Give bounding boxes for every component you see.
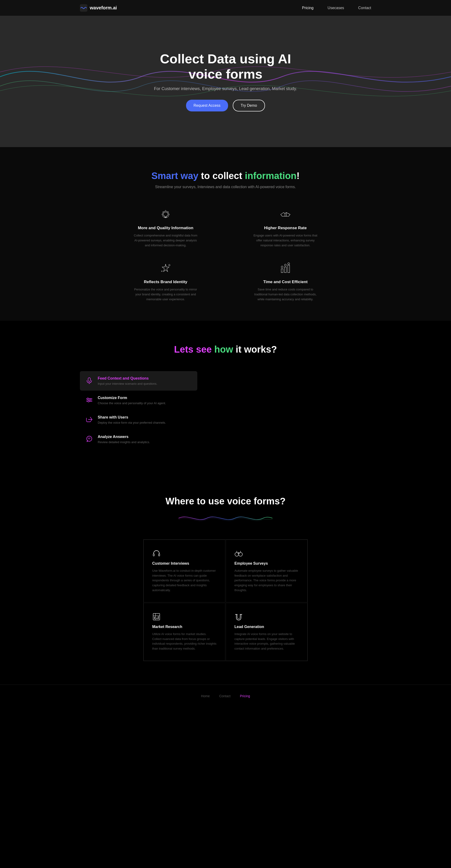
nav-links: Pricing Usecases Contact <box>302 6 371 10</box>
svg-point-8 <box>169 265 170 266</box>
footer-contact[interactable]: Contact <box>219 694 230 698</box>
market-icon <box>152 613 161 621</box>
try-demo-button[interactable]: Try Demo <box>233 100 265 112</box>
svg-point-21 <box>87 398 89 399</box>
smart-title-blue: Smart way <box>151 170 198 181</box>
feature-desc-2: Engage users with AI-powered voice forms… <box>253 233 318 248</box>
smart-title-rest: to collect <box>198 170 245 181</box>
hero-buttons: Request Access Try Demo <box>143 100 308 112</box>
svg-point-14 <box>284 264 286 266</box>
svg-point-23 <box>88 401 89 402</box>
footer-pricing[interactable]: Pricing <box>240 694 250 698</box>
feature-desc-4: Save time and reduce costs compared to t… <box>253 287 318 302</box>
svg-point-13 <box>281 266 283 268</box>
how-step-2-title: Customize Form <box>98 396 166 400</box>
smart-subtitle: Streamline your surveys, Interviews and … <box>80 185 371 189</box>
how-section: Lets see how it works? Feed Context and … <box>0 321 451 472</box>
how-title: Lets see how it works? <box>80 344 371 355</box>
how-step-3[interactable]: Share with Users Deploy the voice form v… <box>80 410 197 430</box>
use-case-title-1: Customer Interviews <box>152 561 217 566</box>
use-case-title-2: Employee Surveys <box>234 561 299 566</box>
features-grid: More and Quality Information Collect com… <box>120 208 331 302</box>
footer-home[interactable]: Home <box>201 694 210 698</box>
svg-rect-39 <box>158 616 159 619</box>
nav-usecases[interactable]: Usecases <box>328 6 344 10</box>
message-circle-icon <box>85 435 93 443</box>
use-case-desc-2: Automate employee surveys to gather valu… <box>234 568 299 593</box>
smart-section: Smart way to collect information! Stream… <box>0 147 451 321</box>
how-title-green: how <box>212 344 233 354</box>
headphones-icon <box>152 549 161 558</box>
feature-item-2: Higher Response Rate Engage users with A… <box>239 208 331 248</box>
use-case-customer-interviews: Customer Interviews Use Waveform.ai to c… <box>143 539 225 602</box>
svg-rect-38 <box>157 618 158 619</box>
feature-title-4: Time and Cost Efficient <box>239 280 331 284</box>
handshake-icon <box>279 208 292 221</box>
smart-title-exclaim: ! <box>297 170 300 181</box>
footer: Home Contact Pricing <box>0 685 451 707</box>
binoculars-icon <box>234 549 243 558</box>
svg-rect-29 <box>159 554 160 556</box>
how-steps: Feed Context and Questions Input your in… <box>80 371 197 449</box>
how-step-1-title: Feed Context and Questions <box>98 376 158 380</box>
how-step-3-desc: Deploy the voice form via your preferred… <box>98 421 166 424</box>
chart-bar-icon <box>279 262 292 275</box>
how-step-4-title: Analyze Answers <box>98 435 150 439</box>
smart-title-green: information <box>245 170 297 181</box>
how-title-pink: Lets see <box>174 344 212 354</box>
svg-marker-7 <box>162 264 169 272</box>
smart-title: Smart way to collect information! <box>80 170 371 181</box>
how-step-4-desc: Review detailed insights and analytics. <box>98 440 150 444</box>
feature-item-4: Time and Cost Efficient Save time and re… <box>239 262 331 302</box>
feature-title-1: More and Quality Information <box>120 226 212 230</box>
logo-text: waveform.ai <box>90 5 117 10</box>
hero-section: Collect Data using AI voice forms For Cu… <box>0 16 451 147</box>
sparkle-icon <box>159 262 172 275</box>
use-case-title-3: Market Research <box>152 625 217 629</box>
how-step-2-desc: Choose the voice and personality of your… <box>98 401 166 405</box>
svg-point-15 <box>288 263 290 265</box>
svg-point-9 <box>161 271 162 272</box>
use-case-lead-generation: Lead Generation Integrate AI voice forms… <box>226 603 308 661</box>
use-case-desc-4: Integrate AI voice forms on your website… <box>234 632 299 651</box>
hero-content: Collect Data using AI voice forms For Cu… <box>143 51 308 112</box>
feature-desc-1: Collect comprehensive and insightful dat… <box>133 233 198 248</box>
how-step-1[interactable]: Feed Context and Questions Input your in… <box>80 371 197 391</box>
magnet-icon <box>234 613 243 621</box>
hero-title: Collect Data using AI voice forms <box>143 51 308 82</box>
use-case-desc-1: Use Waveform.ai to conduct in-depth cust… <box>152 568 217 593</box>
how-step-4-content: Analyze Answers Review detailed insights… <box>98 435 150 444</box>
use-cases-grid: Customer Interviews Use Waveform.ai to c… <box>143 539 308 661</box>
how-step-3-content: Share with Users Deploy the voice form v… <box>98 415 166 424</box>
nav-pricing[interactable]: Pricing <box>302 6 314 10</box>
sliders-icon <box>85 396 93 404</box>
feature-item-1: More and Quality Information Collect com… <box>120 208 212 248</box>
request-access-button[interactable]: Request Access <box>186 100 228 112</box>
how-title-rest: it works? <box>233 344 277 354</box>
how-step-2-content: Customize Form Choose the voice and pers… <box>98 396 166 405</box>
use-case-desc-3: Utilize AI voice forms for market studie… <box>152 632 217 651</box>
logo[interactable]: waveform.ai <box>80 4 117 12</box>
svg-rect-37 <box>154 617 155 619</box>
feature-desc-3: Personalize the voice and personality to… <box>133 287 198 302</box>
how-step-2[interactable]: Customize Form Choose the voice and pers… <box>80 391 197 410</box>
how-step-1-desc: Input your interview scenario and questi… <box>98 382 158 385</box>
nav-contact[interactable]: Contact <box>358 6 371 10</box>
where-wave-bar <box>80 511 371 525</box>
use-case-market-research: Market Research Utilize AI voice forms f… <box>143 603 225 661</box>
share-icon <box>85 416 93 423</box>
svg-point-22 <box>89 399 91 401</box>
how-step-4[interactable]: Analyze Answers Review detailed insights… <box>80 430 197 449</box>
svg-rect-28 <box>153 554 154 556</box>
navbar: waveform.ai Pricing Usecases Contact <box>0 0 451 16</box>
svg-line-5 <box>163 212 163 212</box>
logo-icon <box>80 4 87 12</box>
svg-rect-12 <box>288 265 290 273</box>
feature-title-2: Higher Response Rate <box>239 226 331 230</box>
use-case-employee-surveys: Employee Surveys Automate employee surve… <box>226 539 308 602</box>
feature-item-3: Reflects Brand Identity Personalize the … <box>120 262 212 302</box>
where-section: Where to use voice forms? <box>0 472 451 685</box>
feature-title-3: Reflects Brand Identity <box>120 280 212 284</box>
svg-rect-16 <box>88 378 90 381</box>
mic-icon <box>85 377 93 384</box>
